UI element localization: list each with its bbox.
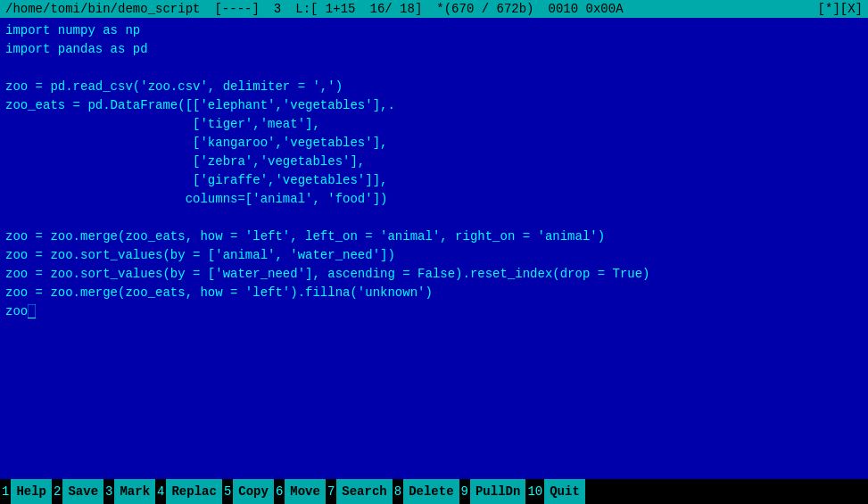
fn-label: Search	[336, 479, 392, 504]
fn-label: Quit	[544, 479, 585, 504]
lines: 16/ 18]	[369, 2, 422, 16]
fn-number: 10	[525, 484, 544, 499]
editor-line: zoo = zoo.sort_values(by = ['water_need'…	[5, 265, 863, 284]
flags: [*][X]	[818, 2, 863, 16]
editor-line: ['kangaroo','vegetables'],	[5, 134, 863, 153]
title-bar: /home/tomi/bin/demo_script [----] 3 L:[ …	[0, 0, 868, 18]
footer-btn-copy[interactable]: 5Copy	[222, 479, 274, 504]
fn-label: Delete	[403, 479, 459, 504]
modified: *(670 / 672b)	[436, 2, 533, 16]
cursor: █	[28, 304, 35, 318]
mode: [----]	[214, 2, 259, 16]
footer-btn-mark[interactable]: 3Mark	[103, 479, 155, 504]
editor-line: ['giraffe','vegetables']],	[5, 171, 863, 190]
footer-btn-replac[interactable]: 4Replac	[155, 479, 222, 504]
fn-number: 6	[274, 484, 285, 499]
footer-btn-pulldn[interactable]: 9PullDn	[459, 479, 526, 504]
fn-label: Help	[11, 479, 52, 504]
fn-label: Mark	[114, 479, 155, 504]
editor-line: zoo = pd.read_csv('zoo.csv', delimiter =…	[5, 78, 863, 96]
level: 3	[274, 2, 281, 16]
fn-number: 8	[393, 484, 403, 499]
editor-area[interactable]: import numpy as npimport pandas as pd zo…	[0, 18, 868, 479]
fn-label: Copy	[233, 479, 274, 504]
fn-number: 2	[52, 484, 62, 499]
editor-line: ['zebra','vegetables'],	[5, 153, 863, 171]
footer-btn-help[interactable]: 1Help	[0, 479, 52, 504]
editor-line: zoo = zoo.merge(zoo_eats, how = 'left', …	[5, 227, 863, 246]
fn-number: 7	[326, 484, 336, 499]
header-right: [*][X]	[818, 2, 863, 16]
fn-number: 4	[155, 484, 166, 499]
footer-bar: 1Help2Save3Mark4Replac5Copy6Move7Search8…	[0, 479, 868, 504]
filepath: /home/tomi/bin/demo_script	[5, 2, 200, 16]
editor-line: import pandas as pd	[5, 40, 863, 59]
fn-label: Replac	[166, 479, 221, 504]
editor-line	[5, 209, 863, 227]
editor-line: zoo = zoo.merge(zoo_eats, how = 'left').…	[5, 284, 863, 302]
editor-line: zoo_eats = pd.DataFrame([['elephant','ve…	[5, 96, 863, 115]
footer-btn-search[interactable]: 7Search	[326, 479, 393, 504]
editor-line: ['tiger','meat'],	[5, 115, 863, 134]
editor-line: columns=['animal', 'food'])	[5, 190, 863, 209]
footer-btn-save[interactable]: 2Save	[52, 479, 103, 504]
fn-number: 1	[0, 484, 11, 499]
editor-line: zoo█	[5, 302, 863, 321]
fn-number: 9	[459, 484, 470, 499]
fn-label: PullDn	[470, 479, 525, 504]
header-left: /home/tomi/bin/demo_script [----] 3 L:[ …	[5, 2, 624, 16]
footer-btn-quit[interactable]: 10Quit	[525, 479, 584, 504]
editor-line	[5, 59, 863, 78]
editor-line: import numpy as np	[5, 21, 863, 40]
fn-number: 3	[103, 484, 114, 499]
editor-line: zoo = zoo.sort_values(by = ['animal', 'w…	[5, 246, 863, 265]
position: L:[ 1+15	[295, 2, 355, 16]
footer-btn-move[interactable]: 6Move	[274, 479, 326, 504]
fn-label: Save	[62, 479, 103, 504]
numbers: 0010 0x00A	[549, 2, 624, 16]
footer-btn-delete[interactable]: 8Delete	[393, 479, 459, 504]
fn-number: 5	[222, 484, 233, 499]
fn-label: Move	[285, 479, 326, 504]
